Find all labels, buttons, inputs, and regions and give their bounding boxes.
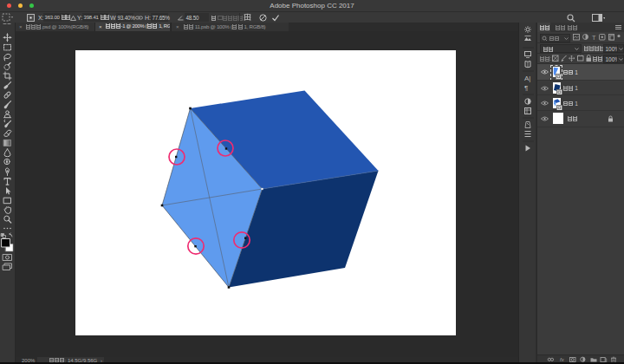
- svg-text:A|: A|: [524, 75, 530, 82]
- svg-text:fx: fx: [560, 357, 565, 362]
- svg-text:T: T: [592, 34, 596, 41]
- svg-text:¶: ¶: [524, 84, 528, 92]
